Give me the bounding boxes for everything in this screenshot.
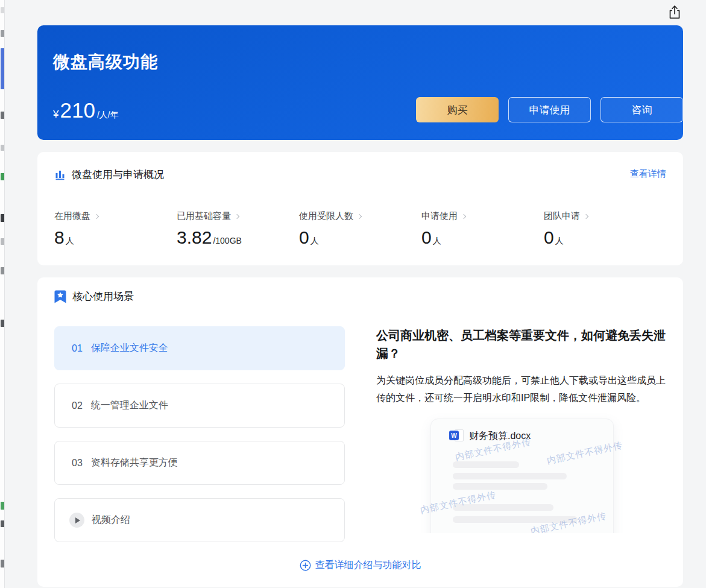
- stat-value: 8: [54, 227, 65, 248]
- bar-chart-icon: [54, 169, 66, 180]
- share-icon[interactable]: [666, 4, 683, 21]
- page-title: 微盘高级功能: [53, 51, 158, 74]
- window-fragment: [1, 30, 5, 37]
- play-icon: [69, 513, 84, 528]
- window-fragment: [1, 173, 5, 180]
- text-placeholder-line: [453, 461, 519, 468]
- chevron-right-icon: [461, 213, 466, 218]
- stat-suffix: 人: [310, 236, 319, 247]
- stat-suffix: 人: [555, 236, 564, 247]
- scenario-detail-body: 为关键岗位成员分配高级功能后，可禁止他人下载或导出这些成员上传的文件，还可统一开…: [376, 371, 667, 406]
- stats-row: 在用微盘 8 人 已用基础容量 3.82 /100GB: [54, 210, 666, 248]
- stat-label: 申请使用: [421, 210, 458, 222]
- scenario-detail-heading: 公司商业机密、员工档案等重要文件，如何避免丢失泄漏？: [376, 326, 667, 362]
- window-fragment: [1, 502, 5, 510]
- scenario-item-unified-management[interactable]: 02 统一管理企业文件: [54, 384, 345, 428]
- stat-label-link[interactable]: 团队申请: [544, 210, 666, 222]
- stat-apply-use: 申请使用 0 人: [421, 210, 544, 248]
- scenario-list: 01 保障企业文件安全 02 统一管理企业文件 03 资料存储共享更方便 视频介…: [54, 326, 345, 542]
- price-unit: /人/年: [97, 110, 119, 121]
- compare-features-label: 查看详细介绍与功能对比: [315, 559, 421, 572]
- scenario-number: 01: [72, 343, 83, 354]
- price: ¥ 210 /人/年: [53, 98, 119, 122]
- scenario-label: 统一管理企业文件: [91, 399, 168, 412]
- chevron-right-icon: [235, 213, 239, 218]
- stat-used-capacity: 已用基础容量 3.82 /100GB: [177, 210, 299, 248]
- buy-button[interactable]: 购买: [416, 97, 499, 122]
- stat-value: 3.82: [177, 227, 212, 248]
- window-fragment: [1, 238, 5, 245]
- chevron-right-icon: [94, 213, 99, 218]
- window-fragment: [1, 112, 5, 119]
- stat-label: 团队申请: [544, 210, 580, 222]
- stat-value: 0: [421, 227, 432, 248]
- stat-restricted-users: 使用受限人数 0 人: [299, 210, 421, 248]
- scenario-number: 02: [72, 400, 83, 411]
- scenario-label: 资料存储共享更方便: [91, 457, 178, 469]
- scenarios-title: 核心使用场景: [72, 289, 134, 303]
- scenario-detail: 公司商业机密、员工档案等重要文件，如何避免丢失泄漏？ 为关键岗位成员分配高级功能…: [376, 326, 667, 542]
- stat-active-drive: 在用微盘 8 人: [54, 210, 177, 248]
- banner-actions: 购买 申请使用 咨询: [416, 97, 683, 122]
- window-fragment: [1, 7, 5, 13]
- apply-button[interactable]: 申请使用: [508, 97, 591, 122]
- word-doc-icon: W: [449, 429, 464, 443]
- overview-card: 微盘使用与申请概况 查看详情 在用微盘 8 人 已用基础容量: [37, 152, 683, 265]
- stat-value: 0: [299, 227, 309, 248]
- scenarios-card: 核心使用场景 01 保障企业文件安全 02 统一管理企业文件 03 资料存储共享…: [37, 277, 683, 587]
- stat-label-link[interactable]: 申请使用: [421, 210, 544, 222]
- stat-team-apply: 团队申请 0 人: [544, 210, 666, 248]
- window-fragment: [1, 320, 5, 327]
- text-placeholder-line: [453, 483, 547, 490]
- scenario-label: 保障企业文件安全: [91, 342, 168, 355]
- window-fragment: [1, 145, 5, 151]
- window-fragment: [1, 214, 5, 222]
- window-fragment-selected: [1, 48, 5, 89]
- document-mockup: W 财务预算.docx 内部文件不得外传 内部文件不得外传 内部文件不得外传 内…: [376, 413, 667, 533]
- window-fragment: [1, 267, 5, 274]
- stat-suffix: /100GB: [213, 236, 241, 245]
- overview-title: 微盘使用与申请概况: [72, 168, 164, 182]
- stat-label: 在用微盘: [54, 210, 90, 222]
- price-currency: ¥: [53, 109, 58, 121]
- video-intro-label: 视频介绍: [92, 514, 130, 526]
- stat-suffix: 人: [433, 236, 441, 247]
- scenario-item-file-security[interactable]: 01 保障企业文件安全: [54, 326, 345, 370]
- stat-label-link[interactable]: 使用受限人数: [299, 210, 421, 222]
- document-page: W 财务预算.docx: [430, 419, 614, 533]
- chevron-right-icon: [584, 213, 588, 218]
- compare-features-link[interactable]: 查看详细介绍与功能对比: [300, 559, 421, 572]
- consult-button[interactable]: 咨询: [600, 97, 683, 122]
- document-file-name: 财务预算.docx: [469, 430, 531, 443]
- background-window-sliver: [0, 0, 5, 588]
- video-intro-item[interactable]: 视频介绍: [54, 498, 345, 542]
- view-details-link[interactable]: 查看详情: [630, 168, 666, 180]
- banner-card: 微盘高级功能 ¥ 210 /人/年 购买 申请使用 咨询: [37, 25, 683, 140]
- stat-label-link[interactable]: 在用微盘: [54, 210, 177, 222]
- stat-label: 已用基础容量: [177, 210, 231, 222]
- stat-label: 使用受限人数: [299, 210, 353, 222]
- window-fragment: [1, 560, 5, 567]
- text-placeholder-line: [453, 504, 553, 511]
- text-placeholder-line: [453, 516, 578, 523]
- scenario-number: 03: [72, 458, 83, 469]
- text-placeholder-line: [453, 473, 567, 479]
- chevron-right-icon: [357, 213, 362, 218]
- bookmark-star-icon: [54, 290, 66, 303]
- plus-circle-icon: [300, 560, 311, 571]
- price-amount: 210: [60, 98, 95, 122]
- stat-value: 0: [544, 227, 554, 248]
- scenario-item-storage-sharing[interactable]: 03 资料存储共享更方便: [54, 441, 345, 485]
- window-fragment: [1, 520, 5, 527]
- stat-suffix: 人: [66, 236, 74, 247]
- stat-label-link[interactable]: 已用基础容量: [177, 210, 299, 222]
- main-panel: 微盘高级功能 ¥ 210 /人/年 购买 申请使用 咨询 微盘使用与申请概况 查…: [37, 0, 683, 587]
